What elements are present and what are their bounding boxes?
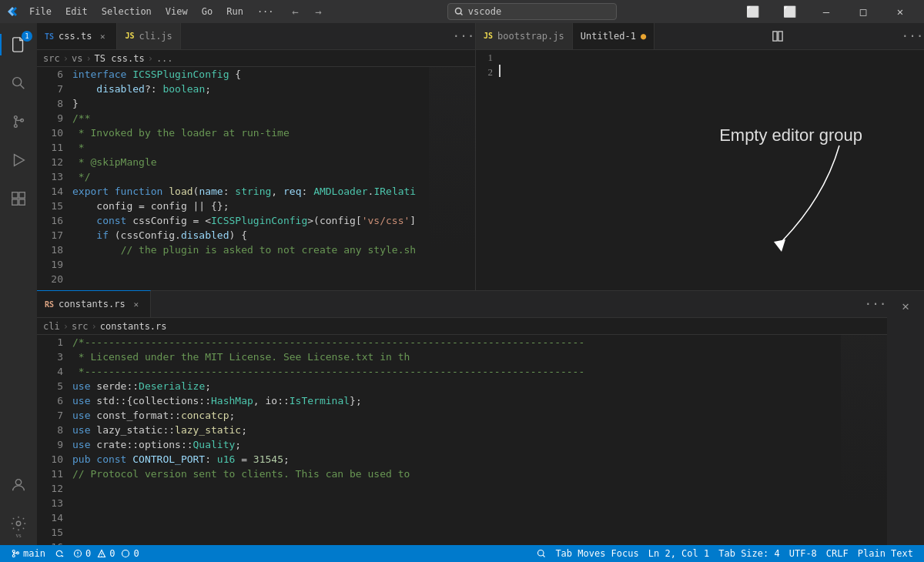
top-split: TS css.ts ✕ JS cli.js ··· src › vs <box>37 23 924 291</box>
bottom-line-numbers: 1 3 4 5 6 7 8 9 10 11 12 13 14 <box>37 335 69 545</box>
bottom-code-area[interactable]: 1 3 4 5 6 7 8 9 10 11 12 13 14 <box>37 335 887 545</box>
breadcrumb-constants: constants.rs <box>100 321 167 332</box>
tab-bootstrap-js[interactable]: JS bootstrap.js <box>476 23 573 49</box>
warning-count: 0 <box>109 548 115 559</box>
main-layout: 1 <box>0 23 924 545</box>
menu-run[interactable]: Run <box>220 5 249 18</box>
bottom-editor-group: RS constants.rs ✕ ··· cli › src › consta… <box>37 291 887 545</box>
editor-groups: TS css.ts ✕ JS cli.js ··· src › vs <box>37 23 924 545</box>
menu-go[interactable]: Go <box>196 5 219 18</box>
title-bar: File Edit Selection View Go Run ··· ← → … <box>0 0 924 23</box>
activity-extensions[interactable] <box>0 180 37 217</box>
status-tab-size[interactable]: Tab Size: 4 <box>714 545 784 562</box>
tab-more-left[interactable]: ··· <box>452 23 475 49</box>
close-button[interactable]: ✕ <box>882 0 918 23</box>
explorer-badge: 1 <box>22 31 32 42</box>
tab-constants-rs[interactable]: RS constants.rs ✕ <box>37 290 151 317</box>
svg-point-13 <box>16 521 21 526</box>
tab-label: css.ts <box>59 31 92 42</box>
menu-file[interactable]: File <box>23 5 58 18</box>
left-minimap <box>429 67 475 290</box>
right-editor-split[interactable] <box>766 23 789 49</box>
tab-close-css-ts[interactable]: ✕ <box>96 30 109 42</box>
magnify-icon <box>537 549 546 558</box>
extensions-icon <box>10 190 27 207</box>
sync-icon <box>55 549 64 558</box>
language-label: Plain Text <box>858 548 913 559</box>
svg-marker-16 <box>774 239 785 252</box>
status-search[interactable] <box>532 545 551 562</box>
search-icon <box>454 7 464 16</box>
status-branch[interactable]: main <box>6 545 50 562</box>
activity-settings[interactable]: vs <box>0 505 37 542</box>
minimize-button[interactable]: — <box>808 0 844 23</box>
status-line-ending[interactable]: CRLF <box>822 545 853 562</box>
nav-arrows: ← → <box>285 1 330 22</box>
bottom-tab-bar: RS constants.rs ✕ ··· <box>37 291 887 318</box>
bottom-breadcrumb: cli › src › constants.rs <box>37 318 887 335</box>
layout-icon-2[interactable]: ⬜ <box>772 0 807 23</box>
bottom-close-button[interactable]: ✕ <box>887 291 924 545</box>
menu-bar: File Edit Selection View Go Run ··· <box>23 5 280 18</box>
notification-count: 0 <box>133 548 139 559</box>
svg-rect-8 <box>12 192 18 198</box>
tab-untitled-1[interactable]: Untitled-1 ● <box>573 23 654 49</box>
menu-selection[interactable]: Selection <box>95 5 158 18</box>
activity-account[interactable] <box>0 467 37 503</box>
status-tab-moves[interactable]: Tab Moves Focus <box>551 545 643 562</box>
right-more-menu[interactable]: ··· <box>901 23 924 49</box>
svg-point-12 <box>15 480 21 485</box>
menu-edit[interactable]: Edit <box>59 5 94 18</box>
left-code-area[interactable]: 6 7 8 9 10 11 12 13 14 15 16 17 <box>37 67 475 290</box>
svg-rect-11 <box>19 199 25 205</box>
activity-explorer[interactable]: 1 <box>0 26 37 63</box>
layout-icon[interactable]: ⬜ <box>735 0 770 23</box>
status-encoding[interactable]: UTF-8 <box>785 545 822 562</box>
svg-point-18 <box>12 555 15 557</box>
window-controls: ⬜ ⬜ — □ ✕ <box>735 0 918 23</box>
back-arrow[interactable]: ← <box>285 1 306 22</box>
forward-arrow[interactable]: → <box>308 1 330 22</box>
tab-close-constants[interactable]: ✕ <box>130 298 142 310</box>
js-icon: JS <box>125 32 134 40</box>
git-icon <box>10 113 27 130</box>
left-code-content: interface ICSSPluginConfig { disabled?: … <box>69 67 429 290</box>
annotation-arrow <box>685 122 886 276</box>
left-editor-group: TS css.ts ✕ JS cli.js ··· src › vs <box>37 23 476 290</box>
settings-label: vs <box>15 532 21 539</box>
tab-size-label: Tab Size: 4 <box>718 548 779 559</box>
status-right: Tab Moves Focus Ln 2, Col 1 Tab Size: 4 … <box>532 545 918 562</box>
status-language[interactable]: Plain Text <box>853 545 918 562</box>
activity-run[interactable] <box>0 142 37 179</box>
maximize-button[interactable]: □ <box>845 0 881 23</box>
svg-point-17 <box>12 550 15 553</box>
left-breadcrumb: src › vs › TS css.ts › ... <box>37 50 475 67</box>
bottom-more-menu[interactable]: ··· <box>864 290 887 317</box>
tab-label-untitled: Untitled-1 <box>581 31 636 42</box>
notification-icon <box>121 549 130 558</box>
search-box[interactable]: vscode <box>447 3 617 20</box>
right-tab-bar: JS bootstrap.js Untitled-1 ● <box>476 23 924 50</box>
menu-view[interactable]: View <box>159 5 194 18</box>
status-errors[interactable]: 0 0 0 <box>69 545 144 562</box>
activity-bar: 1 <box>0 23 37 545</box>
tab-moves-label: Tab Moves Focus <box>555 548 638 559</box>
tab-cli-js[interactable]: JS cli.js <box>117 23 180 49</box>
empty-editor-content[interactable]: 1 2 Empty editor group <box>476 50 924 290</box>
status-position[interactable]: Ln 2, Col 1 <box>644 545 714 562</box>
js-icon-bootstrap: JS <box>484 32 493 40</box>
status-sync[interactable] <box>50 545 69 562</box>
line-ending-label: CRLF <box>826 548 849 559</box>
editor-area: TS css.ts ✕ JS cli.js ··· src › vs <box>37 23 924 545</box>
right-code-lines: 1 2 <box>476 50 924 79</box>
breadcrumb-vs: vs <box>72 53 82 64</box>
title-search-area: vscode <box>334 3 730 20</box>
svg-point-21 <box>122 550 129 557</box>
activity-search[interactable] <box>0 65 37 102</box>
account-icon <box>10 477 27 493</box>
left-tab-bar: TS css.ts ✕ JS cli.js ··· <box>37 23 475 50</box>
tab-css-ts[interactable]: TS css.ts ✕ <box>37 23 117 49</box>
right-editor-group: JS bootstrap.js Untitled-1 ● <box>476 23 924 290</box>
menu-more[interactable]: ··· <box>251 5 280 18</box>
activity-scm[interactable] <box>0 103 37 140</box>
